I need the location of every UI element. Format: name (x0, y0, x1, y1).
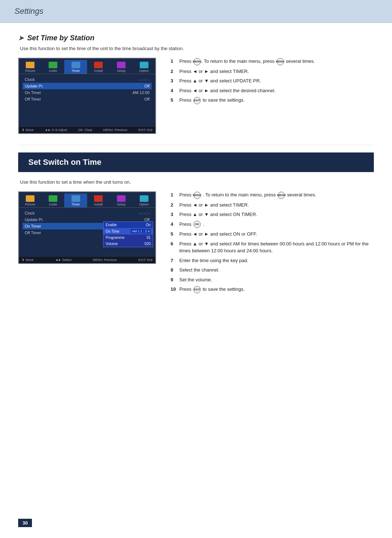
page-number: 30 (23, 520, 28, 526)
s2-tab-install-label: Install (94, 203, 103, 206)
submenu-programme-value: 01 (147, 236, 151, 240)
menu-row-on-timer: On Timer AM 12:00 (23, 89, 152, 96)
submenu-volume-label: Volume (106, 242, 118, 246)
section2-tab-bar: Picture Audio Timer Install (19, 192, 155, 208)
menu-btn-icon: MENU (193, 58, 201, 65)
tab-option: Option (132, 60, 155, 74)
submenu-enable-row: Enable On (103, 222, 153, 228)
off-timer-value: Off (144, 97, 150, 101)
s2-tab-timer-label: Timer (72, 203, 80, 206)
timer-tab-icon (72, 62, 80, 68)
header-bar: Settings (0, 0, 392, 23)
s2-timer-tab-icon (72, 195, 80, 202)
footer-ok: OK: Clear (78, 128, 93, 132)
section1-title-text: Set Time by Station (27, 34, 94, 42)
s2-clock-value: - : - : - (139, 211, 150, 215)
section2-title-banner: Set Switch on Time (18, 152, 374, 172)
tab-picture: Picture (19, 60, 42, 74)
menu-btn-icon2: MENU (277, 58, 284, 65)
update-pr-label: Update Pr. (25, 84, 44, 88)
tab-timer: Timer (64, 60, 87, 74)
s2-tab-picture: Picture (19, 193, 42, 207)
page-title: Settings (15, 7, 44, 16)
audio-tab-icon (49, 62, 57, 68)
update-pr-value: Off (144, 84, 150, 88)
submenu-ontime-label: On Time (106, 229, 119, 233)
s2-menu-btn-icon1: MENU (193, 192, 201, 199)
section1-steps-list: Press MENU. To return to the main menu, … (171, 58, 374, 104)
footer-adjust: ◄► 0~9 Adjust (44, 128, 67, 132)
step-1: Press MENU. To return to the main menu, … (171, 58, 374, 65)
s2-footer-menu: MENU: Previous (93, 258, 117, 262)
arrow-icon: ➤ (18, 34, 24, 42)
clock-value: - : - : - (139, 77, 150, 82)
tab-picture-label: Picture (25, 69, 35, 73)
s2-audio-tab-icon (49, 195, 57, 202)
s2-tab-timer: Timer (64, 193, 87, 207)
s2-step-6: Press ▲ or ▼ and select AM for times bet… (171, 240, 374, 254)
step-3: Press ▲ or ▼ and select UPDATE PR. (171, 77, 374, 85)
section-set-switch-on-time: Set Switch on Time Use this function to … (18, 152, 374, 296)
section2-menu-footer: ⬆ Move ◄► Select MENU: Previous EXIT: Ex… (19, 256, 155, 263)
tab-setup: Setup (110, 60, 133, 74)
on-timer-label: On Timer (25, 90, 41, 95)
tab-install-label: Install (94, 69, 103, 73)
section2-steps-list: Press MENU . To return to the main menu,… (171, 191, 374, 293)
footer-exit: EXIT: Exit (138, 128, 152, 132)
section1-body: Picture Audio Timer Install (18, 58, 374, 134)
s2-footer-move: ⬆ Move (22, 258, 34, 262)
submenu-programme-row: Programme 01 (103, 235, 153, 241)
footer-menu: MENU: Previous (103, 128, 128, 132)
s2-menu-btn-icon2: MENU (278, 192, 285, 199)
section1-tv-screen-wrapper: Picture Audio Timer Install (18, 58, 156, 134)
step-2: Press ◄ or ► and select TIMER. (171, 68, 374, 75)
section1-description: Use this function to set the time of the… (20, 46, 374, 51)
s2-step-1: Press MENU . To return to the main menu,… (171, 191, 374, 199)
on-timer-value: AM 12:00 (132, 90, 150, 95)
setup-tab-icon (117, 62, 126, 68)
exit-btn-icon: EXIT (193, 97, 201, 104)
tab-audio: Audio (42, 60, 65, 74)
clock-label: Clock (25, 77, 35, 82)
s2-footer-select: ◄► Select (55, 258, 71, 262)
s2-tab-setup-label: Setup (117, 203, 126, 206)
section2-body: Picture Audio Timer Install (18, 191, 374, 296)
section2-tv-screen-wrapper: Picture Audio Timer Install (18, 191, 156, 264)
footer-move: ⬆ Move (22, 128, 34, 132)
main-content: ➤ Set Time by Station Use this function … (0, 23, 392, 318)
s2-step-7: Enter the time using the key pad. (171, 257, 374, 264)
tab-audio-label: Audio (49, 69, 57, 73)
s2-exit-btn-icon: EXIT (193, 286, 201, 293)
s2-clock-label: Clock (25, 211, 35, 215)
section2-title-text: Set Switch on Time (28, 158, 101, 167)
section1-tab-bar: Picture Audio Timer Install (19, 58, 155, 74)
s2-step-9: Set the volume. (171, 276, 374, 284)
s2-step-4: Press OK . (171, 221, 374, 228)
submenu-popup: Enable On On Time AM 1 1 : 2 4 Programme… (103, 221, 153, 247)
install-tab-icon (94, 62, 103, 68)
step-5: Press EXIT to save the settings. (171, 97, 374, 104)
submenu-volume-row: Volume 020 (103, 241, 153, 247)
menu-row-off-timer: Off Timer Off (23, 96, 152, 102)
s2-step-3: Press ▲ or ▼ and select ON TIMER. (171, 211, 374, 218)
s2-install-tab-icon (94, 195, 103, 202)
submenu-ontime-row: On Time AM 1 1 : 2 4 (103, 228, 153, 235)
section2-instructions: Press MENU . To return to the main menu,… (171, 191, 374, 296)
section1-tv-screen: Picture Audio Timer Install (18, 58, 156, 134)
tab-install: Install (87, 60, 110, 74)
section1-menu-footer: ⬆ Move ◄► 0~9 Adjust OK: Clear MENU: Pre… (19, 126, 155, 133)
s2-tab-install: Install (87, 193, 110, 207)
s2-step-5: Press ◄ or ► and select ON or OFF. (171, 231, 374, 238)
submenu-volume-value: 020 (144, 242, 151, 246)
step-4: Press ◄ or ► and select the desired chan… (171, 87, 374, 94)
tab-timer-label: Timer (72, 69, 80, 73)
off-timer-label: Off Timer (25, 97, 41, 101)
s2-option-tab-icon (140, 195, 148, 202)
section-divider (18, 145, 374, 145)
submenu-enable-label: Enable (106, 223, 117, 227)
picture-tab-icon (26, 62, 34, 68)
section1-instructions: Press MENU. To return to the main menu, … (171, 58, 374, 107)
page-footer: 30 (18, 519, 32, 527)
option-tab-icon (140, 62, 148, 68)
s2-tab-picture-label: Picture (25, 203, 35, 206)
